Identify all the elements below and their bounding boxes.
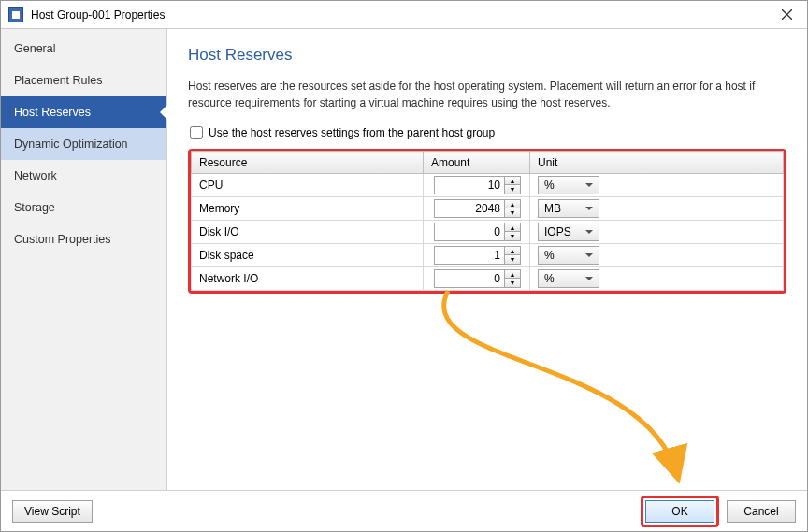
use-parent-checkbox-row[interactable]: Use the host reserves settings from the … xyxy=(190,126,786,139)
amount-input[interactable] xyxy=(434,269,505,288)
chevron-down-icon[interactable]: ▼ xyxy=(505,185,520,194)
cell-unit: MB xyxy=(530,197,784,221)
unit-value: IOPS xyxy=(544,225,571,238)
spinner-buttons[interactable]: ▲▼ xyxy=(505,269,521,288)
chevron-down-icon[interactable]: ▼ xyxy=(505,255,520,264)
chevron-down-icon[interactable]: ▼ xyxy=(505,232,520,240)
ok-button[interactable]: OK xyxy=(645,500,714,523)
content-pane: Host Reserves Host reserves are the reso… xyxy=(167,29,807,490)
sidebar-item-placement-rules[interactable]: Placement Rules xyxy=(1,65,166,96)
unit-select[interactable]: % xyxy=(538,246,599,265)
cell-resource: Memory xyxy=(192,197,424,221)
chevron-up-icon[interactable]: ▲ xyxy=(505,270,520,279)
footer: View Script OK Cancel xyxy=(1,490,807,531)
amount-spinner[interactable]: ▲▼ xyxy=(434,269,524,288)
amount-spinner[interactable]: ▲▼ xyxy=(434,223,524,241)
use-parent-label: Use the host reserves settings from the … xyxy=(209,126,495,139)
spinner-buttons[interactable]: ▲▼ xyxy=(505,223,521,241)
sidebar-item-dynamic-optimization[interactable]: Dynamic Optimization xyxy=(1,128,166,160)
cell-unit: IOPS xyxy=(530,221,784,244)
page-title: Host Reserves xyxy=(188,46,786,65)
table-row: CPU ▲▼ % xyxy=(192,174,784,197)
cell-resource: CPU xyxy=(192,174,424,197)
col-header-resource: Resource xyxy=(192,152,424,174)
reserves-highlight-box: Resource Amount Unit CPU ▲▼ xyxy=(188,149,786,294)
sidebar-item-custom-properties[interactable]: Custom Properties xyxy=(1,223,166,255)
sidebar-item-network[interactable]: Network xyxy=(1,160,166,192)
table-row: Disk I/O ▲▼ IOPS xyxy=(192,221,784,244)
chevron-up-icon[interactable]: ▲ xyxy=(505,223,520,232)
spinner-buttons[interactable]: ▲▼ xyxy=(505,246,521,265)
amount-input[interactable] xyxy=(434,223,505,241)
unit-select[interactable]: IOPS xyxy=(538,223,599,241)
body: General Placement Rules Host Reserves Dy… xyxy=(1,29,807,490)
chevron-down-icon[interactable]: ▼ xyxy=(505,279,520,287)
app-icon xyxy=(8,7,23,22)
cell-amount: ▲▼ xyxy=(424,174,530,197)
amount-spinner[interactable]: ▲▼ xyxy=(434,246,524,265)
chevron-up-icon[interactable]: ▲ xyxy=(505,177,520,185)
col-header-amount: Amount xyxy=(424,152,530,174)
cell-resource: Disk I/O xyxy=(192,221,424,244)
chevron-up-icon[interactable]: ▲ xyxy=(505,247,520,255)
cancel-button[interactable]: Cancel xyxy=(727,500,796,523)
close-button[interactable] xyxy=(768,2,805,28)
unit-select[interactable]: % xyxy=(538,269,599,288)
sidebar-item-storage[interactable]: Storage xyxy=(1,192,166,223)
table-row: Memory ▲▼ MB xyxy=(192,197,784,221)
col-header-unit: Unit xyxy=(530,152,784,174)
unit-value: % xyxy=(544,272,555,285)
amount-input[interactable] xyxy=(434,199,505,218)
unit-select[interactable]: MB xyxy=(538,199,599,218)
cell-unit: % xyxy=(530,244,784,267)
use-parent-checkbox[interactable] xyxy=(190,126,203,139)
cell-amount: ▲▼ xyxy=(424,221,530,244)
reserves-table: Resource Amount Unit CPU ▲▼ xyxy=(191,151,784,291)
unit-select[interactable]: % xyxy=(538,176,599,194)
amount-input[interactable] xyxy=(434,176,505,194)
amount-input[interactable] xyxy=(434,246,505,265)
sidebar-item-general[interactable]: General xyxy=(1,33,166,65)
cell-amount: ▲▼ xyxy=(424,197,530,221)
chevron-up-icon[interactable]: ▲ xyxy=(505,200,520,208)
amount-spinner[interactable]: ▲▼ xyxy=(434,176,524,194)
view-script-button[interactable]: View Script xyxy=(12,500,93,523)
cell-amount: ▲▼ xyxy=(424,244,530,267)
unit-value: % xyxy=(544,179,555,192)
properties-window: Host Group-001 Properties General Placem… xyxy=(0,0,808,532)
table-row: Network I/O ▲▼ % xyxy=(192,267,784,291)
page-description: Host reserves are the resources set asid… xyxy=(188,78,786,111)
window-title: Host Group-001 Properties xyxy=(31,8,768,22)
amount-spinner[interactable]: ▲▼ xyxy=(434,199,524,218)
cell-resource: Network I/O xyxy=(192,267,424,291)
spinner-buttons[interactable]: ▲▼ xyxy=(505,176,521,194)
titlebar: Host Group-001 Properties xyxy=(1,1,807,29)
close-icon xyxy=(782,9,792,20)
unit-value: % xyxy=(544,249,555,262)
ok-highlight-box: OK xyxy=(641,496,719,527)
cell-unit: % xyxy=(530,267,784,291)
spinner-buttons[interactable]: ▲▼ xyxy=(505,199,521,218)
cell-resource: Disk space xyxy=(192,244,424,267)
sidebar-item-host-reserves[interactable]: Host Reserves xyxy=(1,96,166,128)
sidebar: General Placement Rules Host Reserves Dy… xyxy=(1,29,167,490)
chevron-down-icon[interactable]: ▼ xyxy=(505,208,520,217)
table-row: Disk space ▲▼ % xyxy=(192,244,784,267)
cell-amount: ▲▼ xyxy=(424,267,530,291)
cell-unit: % xyxy=(530,174,784,197)
unit-value: MB xyxy=(544,202,561,215)
